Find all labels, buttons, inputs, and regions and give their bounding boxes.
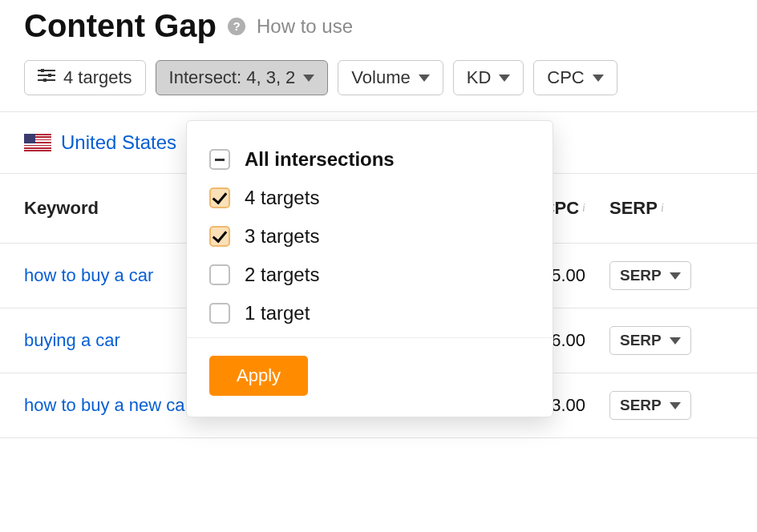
serp-button[interactable]: SERP [609,326,691,355]
intersect-dropdown: All intersections 4 targets 3 targets 2 … [186,120,553,417]
intersect-option-1-label: 1 target [245,302,310,324]
chevron-down-icon [670,337,681,345]
intersect-dropdown-body: All intersections 4 targets 3 targets 2 … [187,121,553,337]
checkbox-checked-icon[interactable] [209,226,230,247]
chevron-down-icon [670,402,681,409]
kd-filter-button[interactable]: KD [453,60,524,95]
intersect-dropdown-footer: Apply [187,337,553,417]
checkbox-mixed-icon[interactable] [209,149,230,170]
intersect-option-3[interactable]: 3 targets [209,217,530,256]
chevron-down-icon [670,272,681,280]
svg-rect-5 [43,79,47,82]
page-header: Content Gap ? How to use [0,0,757,60]
svg-rect-3 [41,69,44,72]
serp-button-label: SERP [620,397,662,414]
chevron-down-icon [499,75,510,82]
col-serp-label: SERP [609,198,658,219]
country-selector[interactable]: United States [61,131,176,154]
volume-filter-label: Volume [351,67,410,88]
serp-button[interactable]: SERP [609,261,691,290]
how-to-use-link[interactable]: How to use [257,15,353,38]
info-icon[interactable]: i [661,202,664,215]
chevron-down-icon [593,75,604,82]
us-flag-icon [24,134,51,151]
chevron-down-icon [419,75,430,82]
sliders-icon [38,67,55,88]
keyword-link[interactable]: how to buy a new car [24,395,191,415]
chevron-down-icon [303,75,314,82]
apply-button[interactable]: Apply [209,356,308,396]
col-serp-header[interactable]: SERP i [585,198,698,219]
intersect-option-3-label: 3 targets [245,225,319,248]
serp-button-label: SERP [620,332,662,349]
kd-filter-label: KD [467,67,492,88]
intersect-option-1[interactable]: 1 target [209,294,530,332]
intersect-option-4-label: 4 targets [245,187,319,209]
intersect-option-2-label: 2 targets [245,264,319,286]
checkbox-empty-icon[interactable] [209,303,230,324]
page-title: Content Gap [24,8,217,44]
checkbox-empty-icon[interactable] [209,264,230,285]
keyword-link[interactable]: how to buy a car [24,265,153,285]
targets-filter-button[interactable]: 4 targets [24,60,146,95]
filter-bar: 4 targets Intersect: 4, 3, 2 Volume KD C… [0,60,757,111]
intersect-option-all[interactable]: All intersections [209,140,530,179]
intersect-option-4[interactable]: 4 targets [209,179,530,217]
keyword-link[interactable]: buying a car [24,330,120,350]
svg-rect-4 [48,74,51,77]
intersect-option-2[interactable]: 2 targets [209,256,530,294]
cpc-filter-button[interactable]: CPC [533,60,617,95]
targets-filter-label: 4 targets [63,67,132,88]
intersect-option-all-label: All intersections [245,148,395,171]
help-icon[interactable]: ? [228,18,245,35]
intersect-filter-label: Intersect: 4, 3, 2 [169,67,296,88]
serp-button[interactable]: SERP [609,391,691,420]
volume-filter-button[interactable]: Volume [338,60,443,95]
checkbox-checked-icon[interactable] [209,187,230,208]
serp-button-label: SERP [620,267,662,284]
intersect-filter-button[interactable]: Intersect: 4, 3, 2 [156,60,329,95]
cpc-filter-label: CPC [547,67,584,88]
